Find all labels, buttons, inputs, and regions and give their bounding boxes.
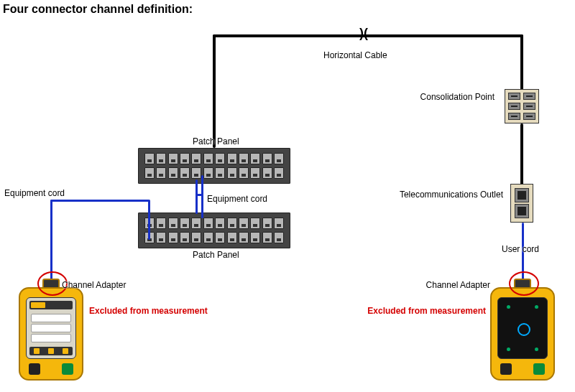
cable-equipment-mid — [196, 179, 198, 214]
label-equipment-cord-mid: Equipment cord — [207, 194, 267, 204]
diagram-title: Four connector channel definition: — [3, 3, 193, 16]
cable-equipment-mid — [201, 175, 203, 218]
label-excluded-right: Excluded from measurement — [367, 306, 486, 316]
tester-button — [62, 363, 73, 375]
cable-equipment-left — [50, 200, 52, 283]
label-patch-panel-bottom: Patch Panel — [193, 250, 239, 260]
cp-jack — [508, 113, 520, 120]
cp-jack — [508, 103, 520, 110]
cable-equipment-left — [148, 200, 150, 240]
patch-panel-bottom — [138, 213, 290, 248]
label-user-cord: User cord — [502, 244, 539, 254]
tester-button — [29, 363, 40, 375]
cp-jack — [523, 103, 535, 110]
cable-backbone-seg — [213, 34, 523, 37]
tester-button — [500, 363, 512, 375]
label-patch-panel-top: Patch Panel — [193, 136, 239, 146]
telecom-outlet — [510, 184, 533, 223]
diagram-canvas: Four connector channel definition: )( — [0, 0, 575, 392]
tester-remote — [490, 287, 555, 381]
cable-break-mark: )( — [359, 26, 368, 41]
patch-panel-top — [138, 148, 290, 184]
cable-equipment-mid — [196, 194, 203, 196]
label-horizontal-cable: Horizontal Cable — [323, 50, 387, 60]
label-excluded-left: Excluded from measurement — [89, 306, 208, 316]
cp-jack — [523, 113, 535, 120]
tester-main — [19, 287, 83, 381]
label-consolidation-point-line1: Consolidation Point — [420, 92, 494, 102]
label-telecom-outlet: Telecommunications Outlet — [400, 190, 503, 200]
label-channel-adapter-left: Channel Adapter — [62, 280, 126, 290]
cable-backbone-seg — [520, 123, 523, 185]
label-equipment-cord-left: Equipment cord — [4, 188, 65, 198]
tester-screen — [26, 297, 76, 359]
to-jack — [515, 204, 529, 218]
excluded-circle-right — [509, 271, 539, 296]
consolidation-point — [505, 89, 539, 123]
cp-jack — [508, 93, 520, 100]
label-channel-adapter-right: Channel Adapter — [426, 280, 490, 290]
cable-equipment-left — [50, 200, 150, 202]
tester-button — [533, 363, 545, 375]
cable-backbone-seg — [520, 34, 523, 90]
cp-jack — [523, 93, 535, 100]
to-jack — [515, 188, 529, 202]
cable-backbone-seg — [213, 34, 216, 148]
tester-screen — [497, 297, 548, 359]
